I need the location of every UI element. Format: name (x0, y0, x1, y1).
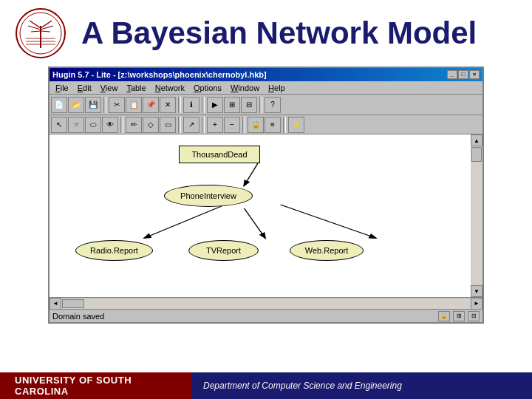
minus-icon[interactable]: − (224, 117, 240, 133)
paste-icon[interactable]: 📌 (143, 97, 159, 113)
separator-2 (178, 97, 181, 113)
rect-tool-icon[interactable]: ▭ (160, 117, 176, 133)
separator-7 (202, 117, 205, 133)
minimize-button[interactable]: _ (447, 70, 457, 79)
title-bar-text: Hugin 5.7 - Lite - [z:\workshops\phoenix… (52, 70, 267, 79)
node-radioreport[interactable]: Radio.Report (75, 240, 153, 261)
network-icon[interactable]: ⊞ (224, 97, 240, 113)
footer-right-text: Department of Computer Science and Engin… (203, 381, 402, 391)
node-thousanddead[interactable]: ThousandDead (179, 146, 260, 163)
toolbar-1: 📄 📂 💾 ✂ 📋 📌 ✕ ℹ ▶ ⊞ ⊟ ? (50, 95, 482, 115)
status-text: Domain saved (52, 312, 104, 321)
draw-icon[interactable]: ✏ (126, 117, 142, 133)
compile-icon[interactable]: ▶ (207, 97, 223, 113)
maximize-button[interactable]: □ (458, 70, 468, 79)
diamond-icon[interactable]: ◇ (143, 117, 159, 133)
status-icon-1: 🔒 (438, 311, 450, 321)
svg-line-14 (245, 208, 265, 238)
select-icon[interactable]: ↖ (51, 117, 67, 133)
diagram-arrows (50, 134, 471, 297)
properties-icon[interactable]: ℹ (183, 97, 200, 113)
plus-icon[interactable]: + (207, 117, 223, 133)
svg-line-13 (145, 206, 222, 238)
menu-table[interactable]: Table (122, 83, 150, 93)
scroll-left-arrow[interactable]: ◄ (50, 298, 61, 310)
toolbar-2: ↖ ☞ ⬭ 👁 ✏ ◇ ▭ ↗ + − 🔒 ≡ ⚡ (50, 115, 482, 134)
separator-3 (202, 97, 205, 113)
title-bar: Hugin 5.7 - Lite - [z:\workshops\phoenix… (50, 68, 482, 81)
node-tvreport[interactable]: TVReport (188, 240, 259, 261)
help-icon[interactable]: ? (265, 97, 281, 113)
copy-icon[interactable]: 📋 (126, 97, 142, 113)
menu-network[interactable]: Network (151, 83, 189, 93)
eye-icon[interactable]: 👁 (102, 117, 118, 133)
separator-6 (178, 117, 181, 133)
footer-left-text: UNIVERSITY OF SOUTH CAROLINA (15, 375, 177, 397)
horizontal-scrollbar[interactable]: ◄ ► (50, 297, 482, 309)
scroll-down-arrow[interactable]: ▼ (471, 285, 482, 297)
scroll-right-arrow[interactable]: ► (471, 298, 482, 310)
separator-8 (242, 117, 245, 133)
menu-file[interactable]: File (51, 83, 73, 93)
footer: UNIVERSITY OF SOUTH CAROLINA Department … (0, 372, 532, 399)
highlight-icon[interactable]: ≡ (265, 117, 281, 133)
windows-application: Hugin 5.7 - Lite - [z:\workshops\phoenix… (48, 66, 484, 324)
status-icon-2: ⊞ (453, 311, 465, 321)
menu-help[interactable]: Help (264, 83, 290, 93)
menu-edit[interactable]: Edit (73, 83, 96, 93)
canvas-wrapper: ThousandDead PhoneInterview Radio.Report… (50, 134, 482, 297)
university-logo (15, 7, 66, 59)
scroll-thumb-v[interactable] (471, 147, 482, 162)
close-button[interactable]: × (469, 70, 480, 79)
arrow-icon[interactable]: ↗ (183, 117, 200, 133)
menu-options[interactable]: Options (189, 83, 226, 93)
separator-5 (120, 117, 123, 133)
diagram-canvas[interactable]: ThousandDead PhoneInterview Radio.Report… (50, 134, 471, 297)
vertical-scrollbar[interactable]: ▲ ▼ (471, 134, 482, 297)
scroll-track-v[interactable] (471, 146, 482, 285)
menu-window[interactable]: Window (226, 83, 264, 93)
header: A Bayesian Network Model (0, 0, 532, 66)
menu-bar: File Edit View Table Network Options Win… (50, 81, 482, 95)
open-icon[interactable]: 📂 (68, 97, 84, 113)
lock-icon[interactable]: 🔒 (248, 117, 264, 133)
svg-line-7 (31, 31, 41, 32)
footer-department: Department of Computer Science and Engin… (192, 372, 532, 399)
svg-line-15 (281, 205, 376, 238)
menu-view[interactable]: View (96, 83, 123, 93)
flash-icon[interactable]: ⚡ (288, 117, 304, 133)
scroll-up-arrow[interactable]: ▲ (471, 134, 482, 146)
scroll-track-h[interactable] (61, 299, 471, 309)
ellipse-tool-icon[interactable]: ⬭ (85, 117, 101, 133)
new-icon[interactable]: 📄 (51, 97, 67, 113)
sim-icon[interactable]: ⊟ (241, 97, 257, 113)
status-bar: Domain saved 🔒 ⊞ ⊟ (50, 309, 482, 322)
separator-9 (283, 117, 286, 133)
scroll-thumb-h[interactable] (62, 299, 84, 308)
node-phoneinterview[interactable]: PhoneInterview (164, 185, 253, 207)
separator-1 (103, 97, 106, 113)
title-bar-controls: _ □ × (447, 70, 480, 79)
delete-icon[interactable]: ✕ (160, 97, 176, 113)
save-icon[interactable]: 💾 (85, 97, 101, 113)
main-content: Hugin 5.7 - Lite - [z:\workshops\phoenix… (0, 66, 532, 324)
footer-university: UNIVERSITY OF SOUTH CAROLINA (0, 372, 192, 399)
svg-line-12 (245, 163, 258, 185)
status-icons: 🔒 ⊞ ⊟ (438, 311, 480, 321)
status-icon-3: ⊟ (468, 311, 480, 321)
svg-line-8 (41, 31, 50, 32)
separator-4 (259, 97, 262, 113)
page-title: A Bayesian Network Model (81, 16, 477, 51)
hand-icon[interactable]: ☞ (68, 117, 84, 133)
cut-icon[interactable]: ✂ (109, 97, 125, 113)
node-webreport[interactable]: Web.Report (290, 240, 364, 261)
